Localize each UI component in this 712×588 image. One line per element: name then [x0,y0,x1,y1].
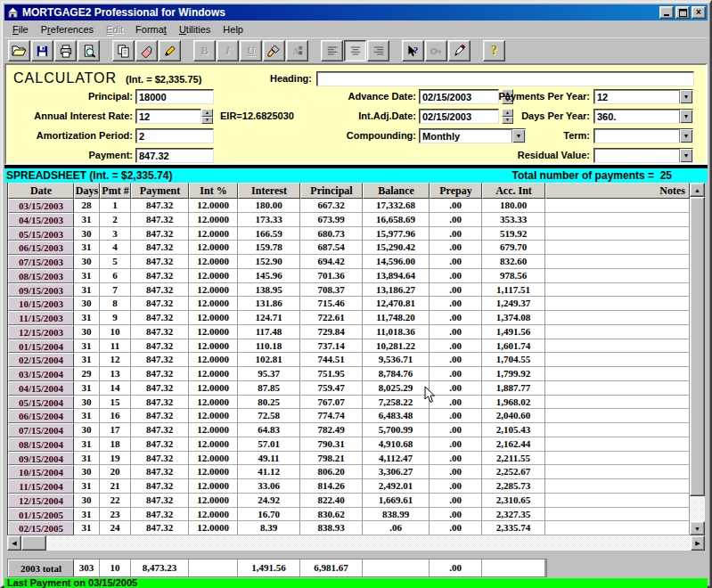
date-cell[interactable]: 11/15/2003 [8,311,74,325]
data-cell[interactable]: 830.62 [300,508,363,522]
data-cell[interactable]: 180.00 [238,199,300,213]
data-cell[interactable]: 31 [74,508,100,522]
data-cell[interactable]: 30 [74,396,100,410]
data-cell[interactable]: 6,483.48 [363,409,430,423]
column-header-interest[interactable]: Interest [238,183,300,199]
data-cell[interactable]: 2 [100,213,131,227]
data-cell[interactable] [545,269,690,283]
eraser-button[interactable] [135,40,158,61]
data-cell[interactable]: 15,290.42 [363,241,430,255]
data-cell[interactable]: 687.54 [300,241,363,255]
data-cell[interactable]: 847.32 [131,241,189,255]
brush-button[interactable] [263,40,285,61]
data-cell[interactable]: 30 [74,227,100,241]
data-cell[interactable] [545,423,690,437]
data-cell[interactable]: 10,281.22 [363,339,430,354]
data-cell[interactable]: 11,748.20 [363,311,430,325]
data-cell[interactable]: .00 [430,479,482,494]
interest-rate-spinner[interactable]: ▲▼ [201,109,213,124]
align-right-button[interactable] [367,40,389,61]
data-cell[interactable]: 29 [74,367,100,381]
data-cell[interactable]: .00 [430,325,482,339]
spin-up-icon[interactable]: ▲ [201,109,213,117]
date-cell[interactable]: 02/15/2004 [8,353,74,367]
data-cell[interactable]: 31 [74,213,100,227]
date-cell[interactable]: 02/15/2005 [8,521,74,535]
data-cell[interactable]: 729.84 [300,325,363,339]
date-cell[interactable]: 01/15/2004 [8,339,74,354]
date-cell[interactable]: 06/15/2003 [8,241,74,255]
data-cell[interactable]: 847.32 [131,396,189,410]
data-cell[interactable]: 41.12 [238,465,300,479]
menu-file[interactable]: File [6,21,35,37]
horizontal-scrollbar[interactable]: ◀ ▶ [7,535,705,551]
data-cell[interactable]: 16,658.69 [363,213,430,227]
data-cell[interactable]: 180.00 [482,199,545,213]
data-cell[interactable]: 8,784.76 [363,367,430,381]
data-cell[interactable]: 774.74 [300,409,363,423]
data-cell[interactable]: 166.59 [238,227,300,241]
data-cell[interactable] [545,396,690,410]
data-cell[interactable]: 12.0000 [189,199,238,213]
data-cell[interactable]: .00 [430,409,482,423]
data-cell[interactable]: 978.56 [482,269,545,283]
chevron-down-icon[interactable]: ▼ [679,149,692,162]
data-cell[interactable]: 832.60 [482,255,545,269]
data-cell[interactable]: 31 [74,452,100,466]
data-cell[interactable]: 17 [100,423,131,437]
data-cell[interactable] [545,255,690,269]
data-cell[interactable]: 33.06 [238,479,300,494]
data-cell[interactable]: 12 [100,353,131,367]
data-cell[interactable]: 12.0000 [189,437,238,452]
data-cell[interactable] [545,213,690,227]
data-cell[interactable] [545,508,690,522]
column-header-date[interactable]: Date [8,183,74,199]
data-cell[interactable]: 1,374.08 [482,311,545,325]
data-cell[interactable]: 822.40 [300,494,363,508]
print-button[interactable] [54,40,77,61]
data-cell[interactable]: 847.32 [131,479,189,494]
data-cell[interactable]: 2,310.65 [482,494,545,508]
data-cell[interactable]: 9 [100,311,131,325]
date-cell[interactable]: 12/15/2003 [8,325,74,339]
data-cell[interactable]: 744.51 [300,353,363,367]
data-cell[interactable]: 759.47 [300,381,363,396]
data-cell[interactable]: 708.37 [300,283,363,298]
align-center-button[interactable] [344,40,366,61]
data-cell[interactable]: 6 [100,269,131,283]
data-cell[interactable]: 12.0000 [189,381,238,396]
data-cell[interactable] [545,199,690,213]
data-cell[interactable]: 12.0000 [189,255,238,269]
data-cell[interactable]: 102.81 [238,353,300,367]
data-cell[interactable]: 31 [74,339,100,354]
data-cell[interactable]: .00 [430,227,482,241]
data-cell[interactable]: 23 [100,508,131,522]
data-cell[interactable]: 12.0000 [189,325,238,339]
term-dropdown[interactable]: ▼ [593,128,693,143]
column-header-balance[interactable]: Balance [363,183,430,199]
data-cell[interactable]: 667.32 [300,199,363,213]
data-cell[interactable]: .00 [430,283,482,298]
data-cell[interactable]: 31 [74,269,100,283]
column-header-acc-int[interactable]: Acc. Int [482,183,545,199]
data-cell[interactable]: 353.33 [482,213,545,227]
data-cell[interactable] [545,339,690,354]
data-cell[interactable]: 15,977.96 [363,227,430,241]
data-cell[interactable]: 12.0000 [189,353,238,367]
data-cell[interactable]: 2,105.43 [482,423,545,437]
data-cell[interactable]: 8.39 [238,521,300,535]
data-cell[interactable]: .00 [430,241,482,255]
data-cell[interactable]: 3 [100,227,131,241]
data-cell[interactable]: 31 [74,521,100,535]
date-cell[interactable]: 06/15/2004 [8,409,74,423]
data-cell[interactable]: 1,601.74 [482,339,545,354]
data-cell[interactable]: 12.0000 [189,508,238,522]
data-cell[interactable] [545,521,690,535]
data-cell[interactable]: 72.58 [238,409,300,423]
data-cell[interactable]: 715.46 [300,297,363,311]
data-cell[interactable]: 847.32 [131,213,189,227]
data-cell[interactable]: 17,332.68 [363,199,430,213]
data-cell[interactable]: 49.11 [238,452,300,466]
data-cell[interactable]: 7 [100,283,131,298]
menu-format[interactable]: Format [129,21,173,37]
